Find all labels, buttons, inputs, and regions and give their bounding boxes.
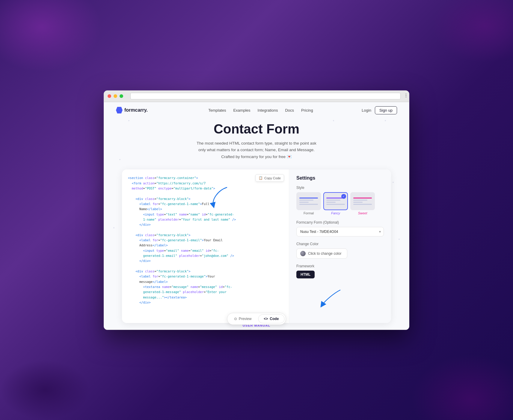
hero-section: Contact Form The most needed HTML contac…: [104, 119, 409, 167]
code-tab-label: Code: [270, 317, 279, 321]
browser-resize-handle: [405, 94, 407, 99]
browser-addressbar: [130, 93, 401, 99]
framework-options: HTML: [296, 271, 384, 278]
nav-templates[interactable]: Templates: [208, 108, 226, 113]
framework-label: Framework: [296, 264, 384, 268]
code-brackets-icon: <>: [264, 317, 268, 321]
logo[interactable]: formcarry.: [116, 107, 148, 113]
code-tab-button[interactable]: <> Code: [258, 314, 284, 323]
bottom-tab-bar: ⊙ Preview <> Code: [227, 313, 286, 325]
framework-html-button[interactable]: HTML: [296, 271, 315, 278]
browser-window: formcarry. Templates Examples Integratio…: [104, 90, 409, 330]
color-button-label: Click to change color: [308, 251, 341, 256]
nav-actions: Login Sign up: [362, 106, 397, 114]
style-name-formal: Formal: [304, 211, 314, 215]
copy-icon: 📋: [259, 176, 263, 180]
code-tab-arrow-annotation: [319, 287, 343, 308]
change-color-section: Change Color Click to change color: [296, 242, 384, 259]
code-panel: 📋 Copy Code <section class="formcarry-co…: [122, 169, 289, 323]
hero-subtitle-line1: The most needed HTML contact form type, …: [197, 141, 316, 145]
code-content: <section class="formcarry-container"> <f…: [128, 175, 283, 305]
page-content: formcarry. Templates Examples Integratio…: [104, 102, 409, 330]
formcarry-form-section: Formcarry Form (Optional) Nusu Test - 7b…: [296, 220, 384, 236]
framework-section: Framework HTML: [296, 264, 384, 278]
form-select[interactable]: Nusu Test - 7bfDE4O04: [296, 227, 384, 236]
browser-maximize-dot[interactable]: [120, 94, 123, 98]
browser-close-dot[interactable]: [108, 94, 111, 98]
style-preview-formal: [296, 192, 321, 210]
color-label: Change Color: [296, 242, 384, 246]
hero-subtitle-line3: Crafted by formcarry for you for free 💌: [221, 154, 292, 159]
preview-tab-label: Preview: [239, 317, 252, 321]
navbar: formcarry. Templates Examples Integratio…: [104, 102, 409, 119]
login-button[interactable]: Login: [362, 108, 371, 113]
color-circle-icon: [300, 251, 306, 256]
copy-code-button[interactable]: 📋 Copy Code: [255, 174, 284, 182]
style-section: Style For: [296, 186, 384, 215]
nav-docs[interactable]: Docs: [285, 108, 294, 113]
page-title: Contact Form: [116, 122, 397, 137]
browser-minimize-dot[interactable]: [114, 94, 117, 98]
style-label: Style: [296, 186, 384, 190]
hero-subtitle: The most needed HTML contact form type, …: [185, 140, 328, 161]
logo-text: formcarry.: [124, 107, 148, 113]
browser-toolbar: [104, 91, 409, 102]
style-name-fancy: Fancy: [331, 211, 340, 215]
signup-button[interactable]: Sign up: [375, 106, 397, 114]
form-label: Formcarry Form (Optional): [296, 220, 384, 225]
style-name-sweet: Sweet: [358, 211, 367, 215]
style-option-formal[interactable]: Formal: [296, 192, 321, 215]
nav-links: Templates Examples Integrations Docs Pri…: [160, 108, 362, 113]
main-panel: 📋 Copy Code <section class="formcarry-co…: [122, 169, 391, 323]
style-option-sweet[interactable]: Sweet: [350, 192, 375, 215]
nav-integrations[interactable]: Integrations: [258, 108, 278, 113]
settings-panel: Settings Style: [289, 169, 391, 323]
change-color-button[interactable]: Click to change color: [296, 248, 347, 259]
nav-pricing[interactable]: Pricing: [301, 108, 313, 113]
style-option-fancy[interactable]: ✓ Fancy: [323, 192, 348, 215]
preview-icon: ⊙: [234, 317, 237, 321]
form-select-wrapper: Nusu Test - 7bfDE4O04 ▾: [296, 227, 384, 236]
style-preview-fancy: ✓: [323, 192, 348, 210]
hero-subtitle-line2: only what matters for a contact form; Na…: [198, 148, 315, 152]
logo-icon: [116, 107, 123, 113]
settings-title: Settings: [296, 175, 384, 181]
copy-label: Copy Code: [264, 176, 281, 180]
style-preview-sweet: [350, 192, 375, 210]
style-options: Formal ✓: [296, 192, 384, 215]
preview-tab-button[interactable]: ⊙ Preview: [229, 314, 257, 323]
nav-examples[interactable]: Examples: [233, 108, 250, 113]
